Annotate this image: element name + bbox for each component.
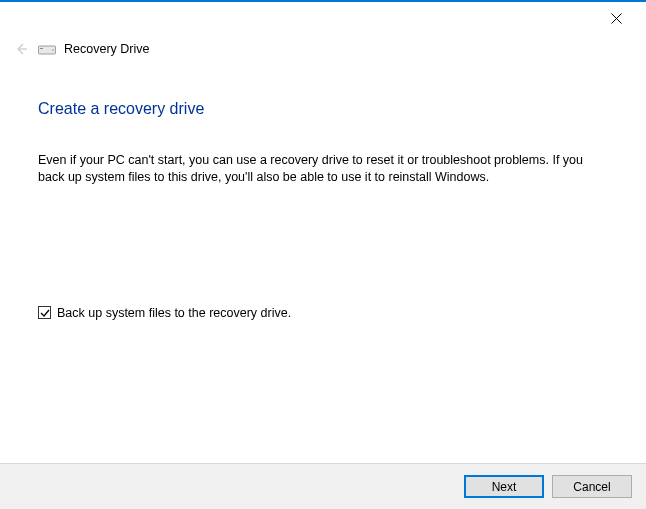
footer: Next Cancel (0, 463, 646, 509)
svg-point-5 (52, 49, 54, 51)
recovery-drive-icon (38, 42, 56, 56)
titlebar (0, 2, 646, 30)
close-icon (611, 13, 622, 24)
backup-checkbox[interactable] (38, 306, 51, 319)
checkmark-icon (40, 308, 50, 318)
next-button[interactable]: Next (464, 475, 544, 498)
description-text: Even if your PC can't start, you can use… (38, 152, 598, 186)
window-title: Recovery Drive (64, 42, 149, 56)
back-arrow-icon (13, 41, 29, 57)
content-area: Create a recovery drive Even if your PC … (0, 58, 646, 320)
backup-checkbox-label: Back up system files to the recovery dri… (57, 306, 291, 320)
page-heading: Create a recovery drive (38, 100, 608, 118)
svg-rect-4 (40, 48, 43, 49)
cancel-button[interactable]: Cancel (552, 475, 632, 498)
backup-checkbox-row[interactable]: Back up system files to the recovery dri… (38, 306, 608, 320)
back-button (12, 40, 30, 58)
close-button[interactable] (596, 6, 636, 30)
header: Recovery Drive (0, 30, 646, 58)
